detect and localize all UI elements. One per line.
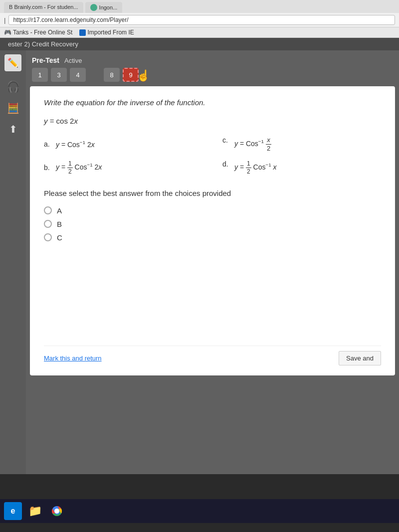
lms-header-text: ester 2) Credit Recovery (8, 40, 78, 48)
cursor-hand: ☝ (137, 69, 150, 82)
taskbar-start-icon[interactable]: e (4, 502, 22, 520)
given-equation: y = cos 2x (44, 117, 381, 125)
lms-body: ✏️ 🎧 🧮 ⬆ Pre-Test Active 1 3 4 (0, 50, 399, 474)
radio-circle-b[interactable] (44, 220, 52, 228)
tab-brainly[interactable]: B Brainly.com - For studen... (4, 2, 83, 13)
q-num-4[interactable]: 4 (70, 68, 86, 82)
question-footer: Mark this and return Save and (44, 346, 381, 365)
mark-return-button[interactable]: Mark this and return (44, 355, 102, 362)
choice-a-label: a. (44, 140, 53, 148)
radio-circle-c[interactable] (44, 233, 52, 241)
tab-brainly-label: Brainly.com - For studen... (14, 4, 78, 10)
headphones-icon[interactable]: 🎧 (6, 80, 20, 93)
choice-c-math: y = Cos−1 x2 (234, 136, 271, 152)
bookmark-tanks[interactable]: 🎮 Tanks - Free Online St (4, 29, 72, 36)
radio-label-a: A (57, 206, 62, 215)
active-label: Active (64, 57, 82, 64)
address-bar[interactable]: https://r17.core.learn.edgenuity.com/Pla… (8, 15, 395, 25)
tab-ingon[interactable]: Ingon... (85, 2, 123, 13)
choice-c: c. y = Cos−1 x2 (222, 136, 381, 152)
choice-b-math: y = 12 Cos−1 2x (56, 160, 102, 175)
choice-b: b. y = 12 Cos−1 2x (44, 160, 202, 175)
save-button[interactable]: Save and (339, 351, 381, 365)
nav-labels: Pre-Test Active (32, 56, 393, 64)
pretest-nav: Pre-Test Active 1 3 4 8 9 (30, 54, 395, 86)
radio-label-c: C (57, 233, 62, 242)
svg-point-1 (54, 509, 59, 514)
select-prompt: Please select the best answer from the c… (44, 189, 381, 197)
tab-ingon-label: Ingon... (99, 4, 118, 10)
choice-d-math: y = 12 Cos−1 x (234, 160, 277, 175)
pencil-icon[interactable]: ✏️ (4, 54, 21, 71)
address-bar-row: | https://r17.core.learn.edgenuity.com/P… (0, 13, 399, 27)
calculator-icon[interactable]: 🧮 (7, 102, 19, 114)
lms-header: ester 2) Credit Recovery (0, 38, 399, 50)
radio-circle-a[interactable] (44, 206, 52, 214)
question-numbers-bar: 1 3 4 8 9 ☝ (32, 67, 393, 82)
content-area: Pre-Test Active 1 3 4 8 9 (26, 50, 399, 474)
address-indicator: | (4, 16, 5, 24)
choice-d: d. y = 12 Cos−1 x (222, 160, 381, 175)
pretest-label: Pre-Test (32, 56, 59, 64)
q-num-3[interactable]: 3 (51, 68, 67, 82)
question-instruction: Write the equation for the inverse of th… (44, 98, 381, 107)
choice-a: a. y = Cos−1 2x (44, 136, 202, 152)
sidebar: ✏️ 🎧 🧮 ⬆ (0, 50, 26, 474)
radio-label-b: B (57, 220, 62, 228)
choice-d-label: d. (222, 160, 231, 168)
radio-option-b[interactable]: B (44, 220, 381, 228)
choice-a-math: y = Cos−1 2x (56, 140, 95, 149)
up-arrow-icon[interactable]: ⬆ (9, 123, 17, 135)
question-box: Write the equation for the inverse of th… (30, 86, 395, 375)
ie-icon (79, 29, 86, 36)
radio-options: A B C (44, 206, 381, 242)
choice-c-label: c. (222, 136, 231, 144)
radio-option-a[interactable]: A (44, 206, 381, 215)
choice-b-label: b. (44, 164, 53, 172)
browser-tabs: B Brainly.com - For studen... Ingon... (0, 0, 399, 13)
taskbar: e 📁 (0, 499, 399, 523)
bookmark-ie[interactable]: Imported From IE (79, 29, 134, 36)
taskbar-chrome-icon[interactable] (48, 502, 66, 520)
radio-option-c[interactable]: C (44, 233, 381, 242)
taskbar-folder-icon[interactable]: 📁 (26, 502, 44, 520)
bookmarks-bar: 🎮 Tanks - Free Online St Imported From I… (0, 27, 399, 38)
q-num-1[interactable]: 1 (32, 68, 48, 82)
answer-choices: a. y = Cos−1 2x c. y = Cos−1 x2 b. (44, 136, 381, 175)
tanks-icon: 🎮 (4, 29, 11, 36)
q-num-8[interactable]: 8 (104, 68, 120, 82)
